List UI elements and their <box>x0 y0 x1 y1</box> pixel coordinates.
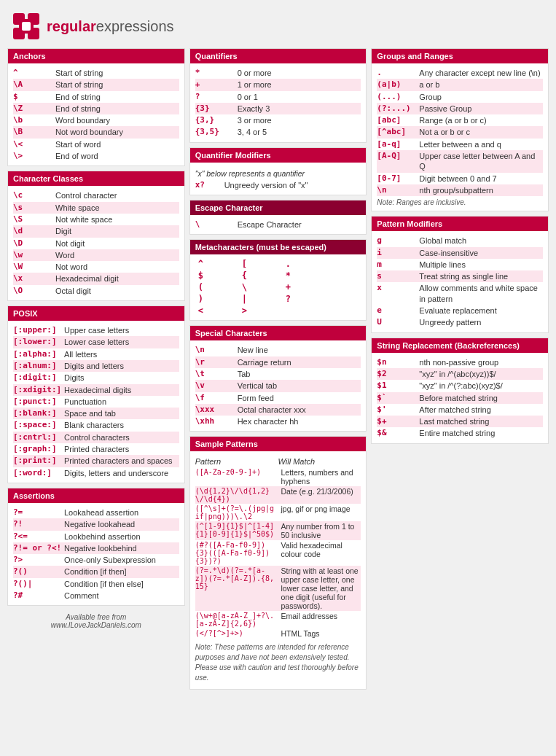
code-cell: ?! <box>13 519 64 529</box>
code-cell: [:print:] <box>13 456 64 465</box>
table-row: \fForm feed <box>195 392 361 404</box>
code-cell: $` <box>377 393 419 402</box>
meta-char: ( <box>195 281 239 293</box>
sample-patterns-body: Pattern Will Match ([A-Za-z0-9-]+)Letter… <box>190 451 367 689</box>
desc-cell: Not a or b or c <box>419 127 543 137</box>
code-cell: \d <box>13 226 55 235</box>
code-cell: \c <box>13 190 55 200</box>
desc-cell: Start of string <box>55 68 179 78</box>
meta-char: + <box>283 281 326 293</box>
desc-cell: Printed characters <box>64 444 179 454</box>
desc-cell: Not white space <box>55 214 179 225</box>
desc-cell: Not word <box>55 262 179 272</box>
desc-cell: Lookbehind assertion <box>64 531 179 542</box>
code-cell: \f <box>195 393 238 402</box>
pattern-modifiers-body: gGlobal matchiCase-insensitivemMultiple … <box>372 231 548 332</box>
table-row: ^Start of string <box>13 67 179 79</box>
meta-char: $ <box>195 270 239 281</box>
table-row: \sWhite space <box>13 202 179 214</box>
table-row: $nnth non-passive group <box>377 356 543 368</box>
pattern-col-header: Pattern <box>195 457 278 466</box>
pattern-desc-cell: HTML Tags <box>278 629 361 638</box>
desc-cell: Evaluate replacement <box>419 305 543 316</box>
logo-icon <box>13 13 39 39</box>
qm-note: "x" below represents a quantifier <box>195 166 361 179</box>
desc-cell: Exactly 3 <box>238 104 361 114</box>
desc-cell: 0 or 1 <box>238 92 361 102</box>
code-cell: [a-q] <box>377 139 419 149</box>
desc-cell: Word <box>55 250 179 260</box>
table-row: \bWord boundary <box>13 114 179 126</box>
table-row: $1"xyz" in /^(?:abc)(xyz)$/ <box>377 380 543 391</box>
code-cell: \> <box>13 151 55 160</box>
pattern-desc-cell: jpg, gif or png image <box>278 504 361 521</box>
table-row: sTreat string as single line <box>377 270 543 282</box>
code-cell: \Z <box>13 104 55 113</box>
desc-cell: Comment <box>64 591 179 601</box>
code-cell: [:word:] <box>13 468 64 478</box>
desc-cell: Start of string <box>55 79 179 90</box>
string-replacement-section: String Replacement (Backreferences) $nnt… <box>371 338 549 444</box>
code-cell: e <box>377 305 419 315</box>
table-row: $`Before matched string <box>377 392 543 404</box>
special-characters-body: \nNew line\rCarriage return\tTab\vVertic… <box>190 340 367 431</box>
table-row: \xxxOctal character xxx <box>195 404 361 416</box>
table-row: \<Start of word <box>13 139 179 150</box>
code-cell: ?!= or ?<! <box>13 543 64 553</box>
desc-cell: Octal digit <box>55 286 179 296</box>
table-row: iCase-insensitive <box>377 247 543 259</box>
code-cell: i <box>377 248 419 257</box>
escape-character-section: Escape Character \Escape Character <box>189 200 367 235</box>
desc-cell: Hexadecimal digits <box>64 385 179 395</box>
assertions-section: Assertions ?=Lookahead assertion?!Negati… <box>7 488 185 606</box>
code-cell: ?<= <box>13 531 64 541</box>
meta-char: > <box>239 305 283 316</box>
table-row: ?!Negative lookahead <box>13 518 179 530</box>
code-cell: $2 <box>377 369 419 378</box>
code-cell: + <box>195 79 238 89</box>
table-row: x?Ungreedy version of "x" <box>195 179 361 191</box>
table-row: (...)Group <box>377 91 543 103</box>
desc-cell: Treat string as single line <box>419 271 543 281</box>
code-cell: $& <box>377 428 419 437</box>
metacharacters-section: Metacharacters (must be escaped) ^[.${*(… <box>189 239 367 321</box>
table-row: \BNot word boundary <box>13 126 179 138</box>
desc-cell: "xyz" in /^(?:abc)(xyz)$/ <box>419 381 543 391</box>
table-row: $'After matched string <box>377 404 543 416</box>
groups-ranges-title: Groups and Ranges <box>372 49 548 63</box>
footer-line1: Available free from <box>7 613 185 621</box>
table-row: \OOctal digit <box>13 285 179 297</box>
desc-cell: Punctuation <box>64 397 179 407</box>
code-cell: [:digit:] <box>13 373 64 382</box>
code-cell: (?:...) <box>377 104 419 113</box>
desc-cell: Negative lookahead <box>64 519 179 529</box>
logo-text: regularexpressions <box>47 18 174 35</box>
pattern-row: (^[1-9]{1}$|^[1-4]{1}[0-9]{1}$|^50$)Any … <box>195 521 361 540</box>
meta-char: ) <box>195 293 239 305</box>
code-cell: $ <box>13 92 55 101</box>
pattern-desc-cell: Valid hexadecimal colour code <box>278 541 361 565</box>
table-row: \WNot word <box>13 261 179 273</box>
code-cell: ?> <box>13 555 64 564</box>
pattern-modifiers-title: Pattern Modifiers <box>372 217 548 231</box>
code-cell: \W <box>13 262 55 271</box>
code-cell: $1 <box>377 381 419 390</box>
footer-line2: www.ILoveJackDaniels.com <box>7 621 185 629</box>
desc-cell: Multiple lines <box>419 260 543 270</box>
code-cell: $+ <box>377 416 419 426</box>
code-cell: \D <box>13 238 55 248</box>
code-cell: g <box>377 235 419 245</box>
desc-cell: Lower case letters <box>64 337 179 347</box>
table-row: ?<=Lookbehind assertion <box>13 531 179 542</box>
quantifiers-section: Quantifiers *0 or more+1 or more?0 or 1{… <box>189 48 367 143</box>
table-row: \AStart of string <box>13 79 179 90</box>
pattern-code-cell: ([A-Za-z0-9-]+) <box>195 468 278 486</box>
table-row: .Any character except new line (\n) <box>377 67 543 79</box>
table-row: [a-q]Letter between a and q <box>377 139 543 150</box>
pattern-row: ([A-Za-z0-9-]+)Letters, numbers and hyph… <box>195 467 361 486</box>
table-row: [0-7]Digit between 0 and 7 <box>377 173 543 184</box>
desc-cell: Ungreedy pattern <box>419 317 543 327</box>
desc-cell: 3, 4 or 5 <box>238 127 361 137</box>
code-cell: \< <box>13 139 55 149</box>
table-row: $2"xyz" in /^(abc(xyz))$/ <box>377 368 543 380</box>
